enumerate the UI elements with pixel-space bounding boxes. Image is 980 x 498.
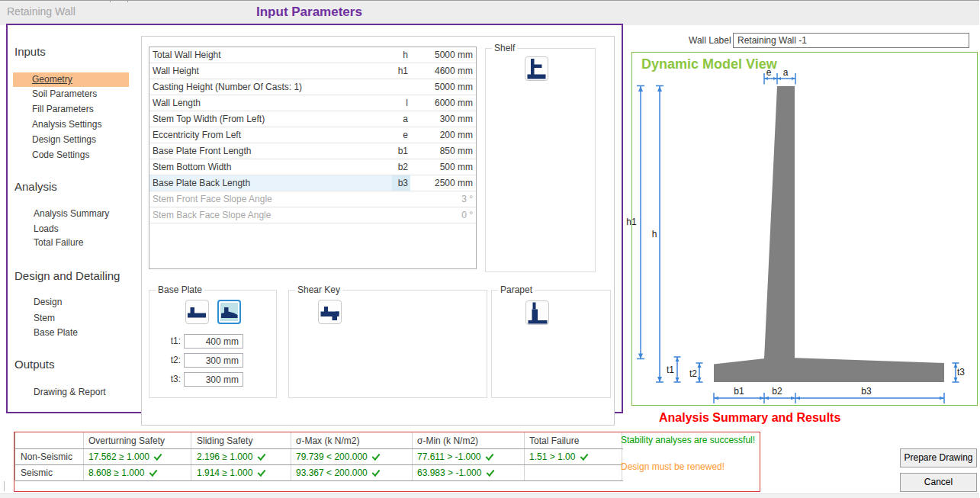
svg-text:a: a	[783, 67, 789, 78]
svg-text:t3: t3	[957, 367, 965, 378]
svg-text:t2: t2	[689, 368, 697, 379]
svg-text:t1: t1	[667, 365, 674, 375]
svg-text:b3: b3	[861, 386, 872, 397]
svg-text:h1: h1	[626, 217, 637, 227]
svg-text:h: h	[652, 229, 657, 239]
svg-text:b1: b1	[734, 386, 744, 397]
svg-text:b2: b2	[772, 386, 782, 397]
svg-text:e: e	[766, 67, 772, 78]
